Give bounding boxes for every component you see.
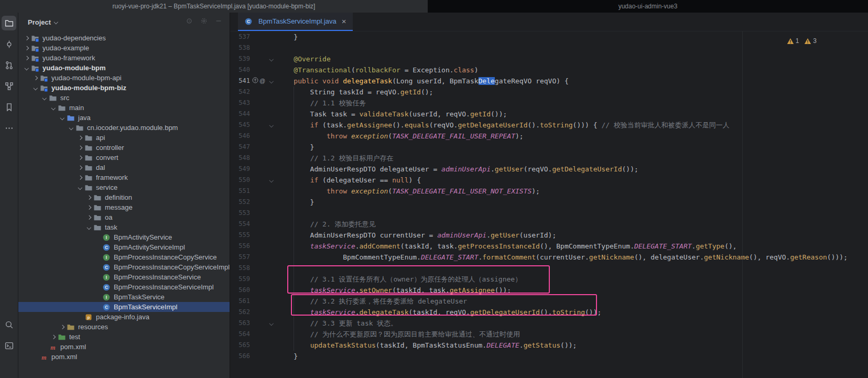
tree-item-test[interactable]: test bbox=[18, 332, 230, 342]
tree-item-bpmprocessinstancecopyservice[interactable]: IBpmProcessInstanceCopyService bbox=[18, 252, 230, 262]
chevron-down-icon[interactable] bbox=[31, 87, 40, 90]
code-line-538[interactable]: 538 bbox=[230, 42, 868, 53]
chevron-right-icon[interactable] bbox=[76, 176, 84, 179]
chevron-right-icon[interactable] bbox=[76, 156, 84, 159]
code-line-563[interactable]: 563 // 3.3 更新 task 状态。 bbox=[230, 318, 868, 329]
inspections-widget[interactable]: 13 bbox=[787, 36, 817, 47]
code-line-561[interactable]: 561 // 3.2 执行委派，将任务委派给 delegateUser bbox=[230, 296, 868, 307]
tree-item-bpmprocessinstancecopyserviceimpl[interactable]: CBpmProcessInstanceCopyServiceImpl bbox=[18, 262, 230, 272]
tree-item-yudao-module-bpm-api[interactable]: yudao-module-bpm-api bbox=[18, 73, 230, 83]
code-line-565[interactable]: 565 updateTaskStatus(taskId, BpmTaskStat… bbox=[230, 340, 868, 351]
code-line-551[interactable]: 551 throw exception(TASK_DELEGATE_FAIL_U… bbox=[230, 186, 868, 197]
chevron-down-icon[interactable] bbox=[85, 226, 93, 229]
locate-icon[interactable] bbox=[186, 17, 193, 27]
fold-chevron-icon[interactable] bbox=[266, 120, 277, 131]
code-line-539[interactable]: 539 @Override bbox=[230, 53, 868, 64]
chevron-right-icon[interactable] bbox=[31, 77, 40, 80]
tree-item-message[interactable]: message bbox=[18, 202, 230, 212]
close-icon[interactable]: × bbox=[342, 17, 346, 25]
tree-item-yudao-module-bpm-biz[interactable]: yudao-module-bpm-biz bbox=[18, 83, 230, 93]
code-line-560[interactable]: 560 taskService.setOwner(taskId, task.ge… bbox=[230, 285, 868, 296]
warning-indicator[interactable]: 3 bbox=[804, 36, 817, 47]
tree-item-yudao-example[interactable]: yudao-example bbox=[18, 43, 230, 53]
tree-item-bpmactivityserviceimpl[interactable]: CBpmActivityServiceImpl bbox=[18, 242, 230, 252]
code-line-556[interactable]: 556 taskService.addComment(taskId, task.… bbox=[230, 241, 868, 252]
settings-icon[interactable] bbox=[200, 17, 208, 27]
code-line-546[interactable]: 546 throw exception(TASK_DELEGATE_FAIL_U… bbox=[230, 131, 868, 142]
fold-chevron-icon[interactable] bbox=[266, 75, 277, 87]
code-line-540[interactable]: 540 @Transactional(rollbackFor = Excepti… bbox=[230, 64, 868, 75]
search-icon[interactable] bbox=[2, 317, 16, 332]
chevron-down-icon[interactable] bbox=[23, 67, 31, 70]
tree-item-bpmtaskservice[interactable]: IBpmTaskService bbox=[18, 292, 230, 302]
structure-icon[interactable] bbox=[2, 79, 16, 93]
chevron-right-icon[interactable] bbox=[23, 57, 31, 60]
chevron-right-icon[interactable] bbox=[23, 47, 31, 50]
chevron-right-icon[interactable] bbox=[85, 216, 93, 219]
project-icon[interactable] bbox=[2, 16, 16, 30]
code-line-564[interactable]: 564 // 为什么不更新原因？因为原因目前主要给审批通过、不通过时使用 bbox=[230, 329, 868, 340]
chevron-down-icon[interactable] bbox=[54, 20, 58, 24]
chevron-right-icon[interactable] bbox=[76, 146, 84, 149]
tree-item-bpmtaskserviceimpl[interactable]: CBpmTaskServiceImpl bbox=[18, 302, 230, 312]
chevron-down-icon[interactable] bbox=[67, 126, 75, 129]
tree-item-yudao-dependencies[interactable]: yudao-dependencies bbox=[18, 33, 230, 43]
tree-item-pom-xml[interactable]: mpom.xml bbox=[18, 352, 230, 362]
code-line-543[interactable]: 543 // 1.1 校验任务 bbox=[230, 98, 868, 109]
chevron-down-icon[interactable] bbox=[58, 116, 67, 120]
tree-item-src[interactable]: src bbox=[18, 93, 230, 103]
chevron-right-icon[interactable] bbox=[76, 166, 84, 169]
tree-item-task[interactable]: task bbox=[18, 222, 230, 232]
code-line-537[interactable]: 537 } bbox=[230, 31, 868, 42]
code-line-558[interactable]: 558 bbox=[230, 263, 868, 274]
commit-icon[interactable] bbox=[2, 37, 16, 51]
chevron-right-icon[interactable] bbox=[85, 196, 93, 199]
tree-item-oa[interactable]: oa bbox=[18, 212, 230, 222]
chevron-down-icon[interactable] bbox=[49, 106, 58, 110]
chevron-right-icon[interactable] bbox=[76, 136, 84, 139]
tree-item-java[interactable]: java bbox=[18, 113, 230, 123]
code-line-559[interactable]: 559 // 3.1 设置任务所有人（owner）为原任务的处理人（assign… bbox=[230, 274, 868, 285]
chevron-right-icon[interactable] bbox=[58, 326, 67, 329]
code-line-562[interactable]: 562 taskService.delegateTask(taskId, req… bbox=[230, 307, 868, 318]
fold-chevron-icon[interactable] bbox=[266, 318, 277, 329]
annotation-gutter-icon[interactable]: @ bbox=[259, 75, 265, 87]
chevron-right-icon[interactable] bbox=[85, 206, 93, 209]
warning-indicator[interactable]: 1 bbox=[787, 36, 799, 47]
fold-chevron-icon[interactable] bbox=[266, 53, 277, 64]
code-line-557[interactable]: 557 BpmCommentTypeEnum.DELEGATE_START.fo… bbox=[230, 252, 868, 263]
code-line-548[interactable]: 548 // 1.2 校验目标用户存在 bbox=[230, 153, 868, 164]
secondary-window-title[interactable]: yudao-ui-admin-vue3 bbox=[428, 0, 868, 13]
tree-item-framework[interactable]: framework bbox=[18, 172, 230, 182]
code-line-542[interactable]: 542 String taskId = reqVO.getId(); bbox=[230, 87, 868, 98]
tree-item-pom-xml[interactable]: mpom.xml bbox=[18, 342, 230, 352]
more-icon[interactable] bbox=[2, 121, 16, 135]
tree-item-yudao-framework[interactable]: yudao-framework bbox=[18, 53, 230, 63]
terminal-icon[interactable] bbox=[2, 338, 16, 353]
tree-item-service[interactable]: service bbox=[18, 182, 230, 192]
project-panel-title[interactable]: Project bbox=[28, 18, 51, 26]
chevron-right-icon[interactable] bbox=[23, 37, 31, 40]
tree-item-bpmactivityservice[interactable]: IBpmActivityService bbox=[18, 232, 230, 242]
fold-chevron-icon[interactable] bbox=[266, 175, 277, 186]
code-line-541[interactable]: 541@ public void delegateTask(Long userI… bbox=[230, 75, 868, 87]
code-line-547[interactable]: 547 } bbox=[230, 142, 868, 153]
code-line-544[interactable]: 544 Task task = validateTask(userId, req… bbox=[230, 109, 868, 120]
code-line-553[interactable]: 553 bbox=[230, 208, 868, 219]
tree-item-bpmprocessinstanceservice[interactable]: IBpmProcessInstanceService bbox=[18, 272, 230, 282]
tab-bpmtaskserviceimpl[interactable]: C BpmTaskServiceImpl.java × bbox=[238, 13, 353, 31]
tree-item-resources[interactable]: resources bbox=[18, 322, 230, 332]
code-line-555[interactable]: 555 AdminUserRespDTO currentUser = admin… bbox=[230, 230, 868, 241]
tree-item-convert[interactable]: convert bbox=[18, 153, 230, 163]
tree-item-cn-iocoder-yudao-module-bpm[interactable]: cn.iocoder.yudao.module.bpm bbox=[18, 123, 230, 133]
code-line-545[interactable]: 545 if (task.getAssignee().equals(reqVO.… bbox=[230, 120, 868, 131]
chevron-down-icon[interactable] bbox=[76, 186, 84, 189]
pull-requests-icon[interactable] bbox=[2, 58, 16, 72]
tree-item-package-info-java[interactable]: ppackage-info.java bbox=[18, 312, 230, 322]
hide-icon[interactable] bbox=[215, 17, 222, 27]
code-line-549[interactable]: 549 AdminUserRespDTO delegateUser = admi… bbox=[230, 164, 868, 175]
chevron-down-icon[interactable] bbox=[40, 96, 49, 100]
tree-item-definition[interactable]: definition bbox=[18, 192, 230, 202]
tree-item-dal[interactable]: dal bbox=[18, 163, 230, 172]
code-line-552[interactable]: 552 } bbox=[230, 197, 868, 208]
